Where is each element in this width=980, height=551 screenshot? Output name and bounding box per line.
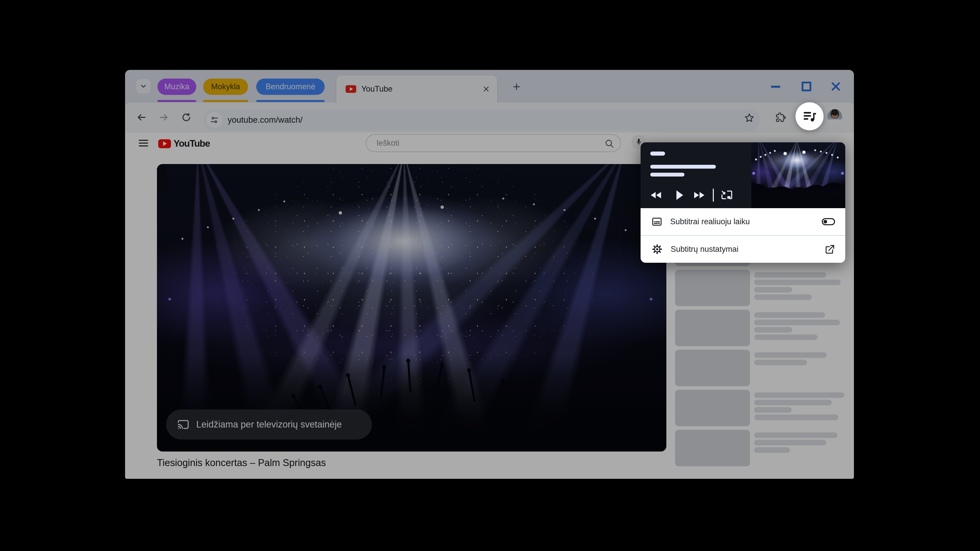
live-caption-label: Subtitrai realiuoju laiku: [670, 217, 750, 226]
media-controls-popup: Subtitrai realiuoju laiku Subtitrų nusta…: [641, 142, 845, 263]
controls-divider: [713, 189, 714, 202]
browser-window: MuzikaMokyklaBendruomenė YouTube: [125, 70, 854, 479]
gear-icon: [651, 243, 663, 255]
playlist-music-icon: [802, 109, 817, 124]
rewind-icon[interactable]: [651, 191, 662, 200]
media-text-skeleton-bar: [650, 151, 665, 156]
album-art: [751, 142, 845, 208]
live-caption-row[interactable]: Subtitrai realiuoju laiku: [641, 208, 845, 235]
play-icon[interactable]: [676, 190, 683, 200]
live-caption-toggle[interactable]: [822, 218, 835, 225]
modal-scrim[interactable]: [125, 70, 854, 479]
live-caption-icon: [651, 216, 662, 227]
media-text-skeleton-bar: [650, 165, 716, 168]
picture-in-picture-icon[interactable]: [721, 190, 733, 200]
fast-forward-icon[interactable]: [694, 191, 706, 200]
media-session-panel: [641, 142, 845, 208]
playback-controls: [651, 187, 733, 203]
media-controls-button[interactable]: [795, 102, 824, 130]
open-in-new-icon[interactable]: [824, 244, 835, 254]
caption-settings-row[interactable]: Subtitrų nustatymai: [641, 236, 845, 263]
caption-settings-label: Subtitrų nustatymai: [671, 245, 738, 254]
media-text-skeleton-bar: [650, 173, 684, 176]
